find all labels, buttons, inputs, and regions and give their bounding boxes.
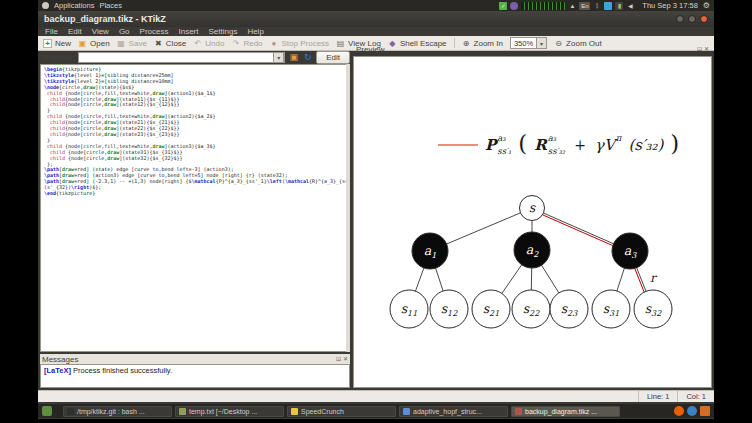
toolbar-button-label: Open [90,39,110,48]
save-icon: ▦ [117,39,126,48]
show-desktop-button[interactable] [42,406,52,416]
toolbar-button-close[interactable]: ✖Close [154,39,186,48]
dock-float-icon[interactable]: ⊡ [697,46,702,53]
top-panel-tray: ✓▲Enᛒ▮◀ [499,2,634,10]
red-edge-action3-s32 [635,268,644,292]
bluetooth-icon[interactable]: ᛒ [593,2,601,10]
ktikz-task-icon [515,408,522,415]
taskbar-item-label: SpeedCrunch [301,408,344,415]
window-title: backup_diagram.tikz - KTikZ [44,14,166,24]
desktop: Applications Places ✓▲Enᛒ▮◀ Thu Sep 3 17… [38,0,714,419]
messages-dock: Messages ⊡ ✕ [LaTeX] Process finished su… [40,354,350,388]
code-line: \end{tikzpicture} [44,191,349,197]
applications-menu[interactable]: Applications [54,1,94,10]
keyboard-layout-indicator[interactable]: En [579,2,590,10]
taskbar-item-tmp-ktikz-git[interactable]: /tmp/ktikz.git : bash ... [63,406,172,417]
redo-icon: ↷ [231,39,240,48]
maximize-button[interactable] [688,15,696,23]
screenshot-stage: Applications Places ✓▲Enᛒ▮◀ Thu Sep 3 17… [0,0,752,423]
messages-header: Messages ⊡ ✕ [40,354,350,364]
terminal-indicator-icon[interactable] [604,2,612,10]
minimize-button[interactable] [676,15,684,23]
messages-title: Messages [42,355,78,364]
dock-close-icon[interactable]: ✕ [343,356,348,363]
template-combobox[interactable]: ▾ [78,52,286,63]
preview-canvas[interactable]: Pa₃ss′₁(Ra₃ss′₃₂+γVπ(s′₃₂)) sa1a2a3s11s1… [353,56,712,388]
cursor-col-indicator: Col: 1 [677,391,714,402]
toolbar-button-undo: ↶Undo [193,39,224,48]
workspace-switcher-icon[interactable] [700,406,710,416]
taskbar-item-label: backup_diagram.tikz ... [525,408,597,415]
menu-go[interactable]: Go [119,27,130,36]
taskbar-tray [674,406,710,416]
taskbar-item-label: adaptive_hopf_struc... [413,408,482,415]
new-document-icon: + [43,39,52,48]
template-reload-icon[interactable]: ↻ [302,52,313,63]
toolbar-button-open[interactable]: ▣Open [78,39,110,48]
dock-float-icon[interactable]: ⊡ [336,356,341,363]
editor-pane: Template: ▾ ▣ ↻ Edit \begin{tikzpicture}… [40,50,352,388]
toolbar-button-label: Undo [205,39,224,48]
messages-log: [LaTeX] Process finished successfully. [40,364,350,388]
web-browser-icon[interactable] [687,406,697,416]
template-edit-button[interactable]: Edit [316,51,350,64]
state-label-s: s [529,200,536,215]
toolbar-button-label: Save [129,39,147,48]
document-task-icon [403,408,410,415]
menubar: FileEditViewGoProcessInsertSettingsHelp [38,27,714,36]
preview-pane: Preview ⊡ ✕ Pa₃ss′₁(Ra₃ss′₃₂+γVπ(s′₃₂)) … [353,42,712,388]
dock-close-icon[interactable]: ✕ [704,46,709,53]
toolbar-button-label: Close [166,39,186,48]
template-row: Template: ▾ ▣ ↻ Edit [40,50,350,64]
top-panel: Applications Places ✓▲Enᛒ▮◀ Thu Sep 3 17… [38,0,714,11]
taskbar-item-label: temp.txt [~/Desktop ... [189,408,257,415]
window-titlebar[interactable]: backup_diagram.tikz - KTikZ [38,11,714,27]
log-text: Process finished successfully. [71,366,172,375]
toolbar-button-new[interactable]: +New [43,39,71,48]
wifi-icon[interactable]: ▲ [568,2,576,10]
distro-logo-icon[interactable] [42,2,49,9]
session-menu-gear-icon[interactable]: ⚙ [703,2,710,10]
statusbar: Line: 1 Col: 1 [38,390,714,402]
taskbar-item-label: /tmp/ktikz.git : bash ... [77,408,145,415]
taskbar-item-adaptive-hopf[interactable]: adaptive_hopf_struc... [399,406,508,417]
battery-icon[interactable]: ▮ [615,2,623,10]
code-editor[interactable]: \begin{tikzpicture}\tikzstyle{level 1}=[… [40,64,350,352]
firefox-icon[interactable] [674,406,684,416]
menu-edit[interactable]: Edit [68,27,82,36]
terminal-task-icon [67,408,74,415]
places-menu[interactable]: Places [99,1,122,10]
close-button[interactable] [700,15,708,23]
preview-title: Preview [356,45,384,54]
menu-process[interactable]: Process [140,27,169,36]
menu-settings[interactable]: Settings [208,27,237,36]
close-file-icon: ✖ [154,39,163,48]
window-controls [676,15,708,23]
toolbar-button-redo: ↷Redo [231,39,262,48]
backup-diagram: sa1a2a3s11s12s21s22s23s31s32r [354,57,711,388]
text-editor-task-icon [179,408,186,415]
editor-scrollbar[interactable] [346,64,350,352]
menu-file[interactable]: File [45,27,58,36]
menu-insert[interactable]: Insert [178,27,198,36]
toolbar-button-label: Stop Process [282,39,330,48]
stop-process-icon: ● [270,39,279,48]
toolbar-button-save: ▦Save [117,39,147,48]
taskbar: /tmp/ktikz.git : bash ...temp.txt [~/Des… [38,404,714,418]
volume-icon[interactable]: ◀ [626,2,634,10]
system-monitor-graph[interactable] [521,2,565,10]
template-open-folder-icon[interactable]: ▣ [288,52,299,63]
messenger-ok-icon[interactable]: ✓ [499,2,507,10]
speedcrunch-task-icon [291,408,298,415]
clock[interactable]: Thu Sep 3 17:58 [642,1,697,10]
taskbar-item-temp-txt-de[interactable]: temp.txt [~/Desktop ... [175,406,284,417]
template-dropdown-arrow-icon[interactable]: ▾ [273,52,284,63]
template-label: Template: [40,53,75,62]
menu-help[interactable]: Help [247,27,263,36]
timer-icon[interactable] [510,2,518,10]
menu-view[interactable]: View [92,27,109,36]
taskbar-item-speedcrunch[interactable]: SpeedCrunch [287,406,396,417]
cursor-line-indicator: Line: 1 [638,391,678,402]
undo-icon: ↶ [193,39,202,48]
taskbar-item-backup-diagram[interactable]: backup_diagram.tikz ... [511,406,620,417]
